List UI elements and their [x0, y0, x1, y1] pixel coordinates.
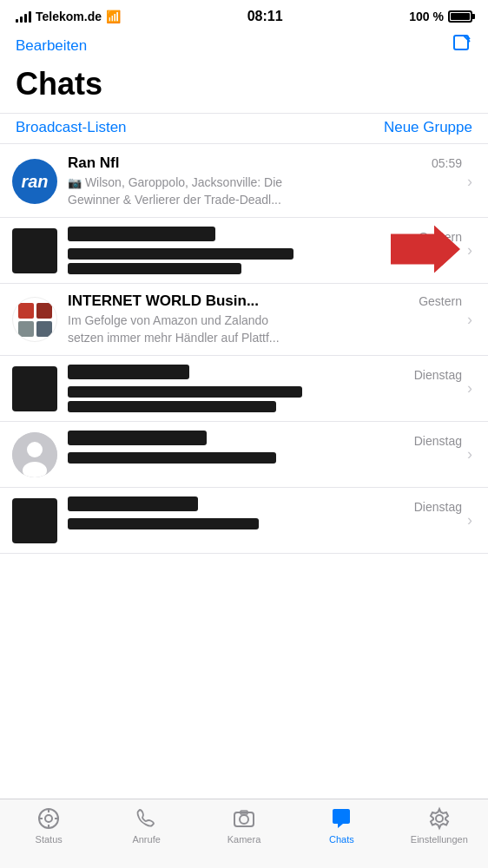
navigation-header: Bearbeiten [0, 30, 488, 66]
avatar [12, 432, 57, 477]
iw-block-grey [18, 321, 34, 337]
chat-time: Dienstag [414, 434, 462, 448]
tab-kamera-label: Kamera [228, 834, 261, 845]
chat-preview: Im Gefolge von Amazon und Zalando [68, 312, 462, 330]
tab-anrufe[interactable]: Anrufe [97, 806, 195, 845]
camera-icon-small: 📷 [68, 176, 82, 189]
chat-item[interactable]: ran Ran Nfl 05:59 📷 Wilson, Garoppolo, J… [0, 146, 488, 218]
avatar [12, 366, 57, 411]
chat-content: Dienstag [68, 431, 462, 478]
battery-status: 100 % [409, 10, 472, 23]
chat-name-redacted [68, 365, 189, 379]
chat-item[interactable]: Dienstag › [0, 422, 488, 488]
svg-point-8 [45, 815, 52, 822]
chat-preview-redacted-2 [68, 401, 276, 412]
broadcast-button[interactable]: Broadcast-Listen [16, 119, 127, 136]
avatar [12, 228, 57, 273]
carrier-label: Telekom.de [36, 10, 102, 23]
chevron-icon: › [467, 445, 472, 464]
chevron-icon: › [467, 379, 472, 398]
chat-header-row: Dienstag [68, 496, 462, 514]
actions-row: Broadcast-Listen Neue Gruppe [0, 113, 488, 144]
chat-preview-line2: Gewinner & Verlierer der Trade-Deadl... [68, 192, 462, 209]
chat-time: 05:59 [432, 156, 462, 170]
tab-anrufe-label: Anrufe [132, 834, 160, 845]
chat-preview-empty [68, 467, 462, 478]
chat-preview-redacted [68, 518, 259, 529]
iw-block-red [18, 303, 34, 319]
chat-preview-line2: setzen immer mehr Händler auf Plattf... [68, 330, 462, 347]
chat-content: Dienstag [68, 496, 462, 544]
chat-name-redacted [68, 496, 198, 511]
tab-einstellungen-label: Einstellungen [411, 834, 468, 845]
signal-icon [16, 10, 31, 23]
chat-name: INTERNET WORLD Busin... [68, 293, 259, 310]
edit-button[interactable]: Bearbeiten [16, 37, 87, 55]
avatar: ran [12, 159, 57, 204]
chats-icon [329, 806, 353, 831]
status-bar: Telekom.de 📶 08:11 100 % [0, 0, 488, 30]
chat-content: Ran Nfl 05:59 📷 Wilson, Garoppolo, Jacks… [68, 155, 462, 208]
chat-list: ran Ran Nfl 05:59 📷 Wilson, Garoppolo, J… [0, 146, 488, 554]
chat-name: Ran Nfl [68, 155, 120, 172]
chat-header-row: Dienstag [68, 365, 462, 382]
battery-icon [448, 10, 472, 23]
battery-fill [451, 13, 470, 20]
tab-chats[interactable]: Chats [293, 806, 390, 845]
chat-name-redacted [68, 227, 215, 241]
avatar [12, 297, 57, 342]
svg-point-16 [436, 815, 443, 822]
chevron-icon: › [467, 241, 472, 260]
chat-item[interactable]: Dienstag › [0, 356, 488, 422]
iw-block-darkgrey [36, 321, 52, 337]
iw-block-darkred [36, 303, 52, 319]
tab-bar: Status Anrufe Kamera Chats Einstellungen [0, 799, 488, 868]
settings-icon [427, 806, 452, 831]
chat-preview-empty [68, 533, 462, 544]
chat-preview-redacted [68, 452, 276, 464]
iw-logo [13, 298, 57, 342]
page-title-section: Chats [0, 66, 488, 113]
chat-preview-redacted [68, 386, 302, 398]
chat-item[interactable]: Gestern › [0, 218, 488, 284]
chat-name-redacted [68, 431, 207, 445]
phone-icon [135, 806, 159, 831]
chevron-icon: › [467, 173, 472, 191]
tab-kamera[interactable]: Kamera [195, 806, 293, 845]
chat-item[interactable]: INTERNET WORLD Busin... Gestern Im Gefol… [0, 284, 488, 356]
chevron-icon: › [467, 511, 472, 529]
new-group-button[interactable]: Neue Gruppe [384, 119, 472, 136]
wifi-icon: 📶 [106, 10, 121, 23]
tab-chats-label: Chats [329, 834, 354, 845]
svg-point-5 [27, 442, 43, 457]
avatar-text: ran [21, 172, 48, 192]
chat-preview: 📷 Wilson, Garoppolo, Jacksonville: Die [68, 174, 462, 192]
chat-time: Dienstag [414, 368, 462, 382]
chat-preview-redacted [68, 248, 293, 260]
tab-einstellungen[interactable]: Einstellungen [391, 806, 488, 845]
chat-content: INTERNET WORLD Busin... Gestern Im Gefol… [68, 293, 462, 346]
page-title: Chats [16, 66, 472, 102]
chat-time: Dienstag [414, 500, 462, 514]
carrier-signal: Telekom.de 📶 [16, 10, 121, 23]
chevron-icon: › [467, 311, 472, 329]
chat-time: Gestern [419, 294, 462, 308]
svg-point-14 [240, 815, 248, 824]
avatar [12, 498, 57, 543]
battery-percentage: 100 % [409, 10, 444, 23]
chat-item[interactable]: Dienstag › [0, 488, 488, 554]
time-display: 08:11 [247, 9, 283, 24]
chat-header-row: Dienstag [68, 431, 462, 448]
chat-header-row: Ran Nfl 05:59 [68, 155, 462, 172]
chat-content: Dienstag [68, 365, 462, 412]
chat-header-row: INTERNET WORLD Busin... Gestern [68, 293, 462, 310]
tab-status[interactable]: Status [0, 806, 97, 845]
compose-button[interactable] [452, 33, 472, 59]
chat-preview-redacted-2 [68, 263, 241, 274]
red-arrow-indicator [391, 225, 460, 276]
camera-icon [232, 806, 256, 831]
status-icon [36, 806, 61, 831]
svg-marker-3 [391, 225, 460, 273]
tab-status-label: Status [36, 834, 63, 845]
